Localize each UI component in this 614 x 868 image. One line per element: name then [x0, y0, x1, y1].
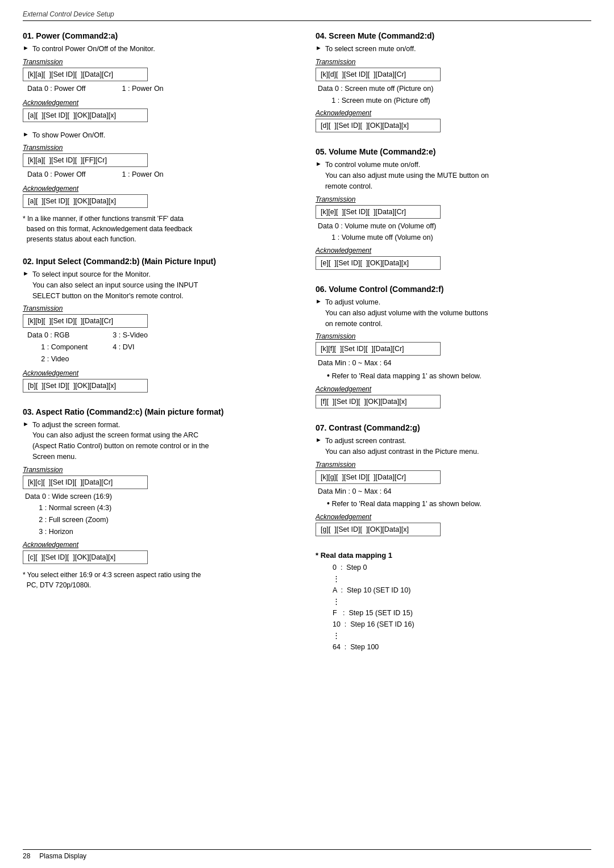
- section-04: 04. Screen Mute (Command2:d) ► To select…: [316, 31, 591, 135]
- section-05: 05. Volume Mute (Command2:e) ► To contro…: [316, 147, 591, 272]
- data-line-01-1b: 1 : Power On: [122, 84, 164, 94]
- rdm-dots2: ⋮: [333, 596, 591, 607]
- data-03-full: 2 : Full screen (Zoom): [25, 515, 298, 525]
- data-02-svideo: 3 : S-Video: [113, 330, 148, 341]
- data-02-rgb: Data 0 : RGB: [27, 330, 88, 341]
- ack-box-03: [c][ ][Set ID][ ][OK][Data][x]: [23, 550, 148, 564]
- rdm-0: 0 : Step 0: [333, 562, 591, 573]
- code-box-01-1: [k][a][ ][Set ID][ ][Data][Cr]: [23, 68, 148, 81]
- code-box-01-2: [k][a][ ][Set ID][ ][FF][Cr]: [23, 153, 148, 167]
- ack-label-05: Acknowledgement: [316, 247, 591, 254]
- bullet-06-1: ► To adjust volume. You can also adjust …: [316, 297, 591, 329]
- ack-label-07: Acknowledgement: [316, 513, 591, 521]
- code-box-04: [k][d][ ][Set ID][ ][Data][Cr]: [316, 68, 441, 81]
- ack-box-06: [f][ ][Set ID][ ][OK][Data][x]: [316, 395, 441, 408]
- bullet-07-1-text: To adjust screen contrast. You can also …: [325, 436, 479, 457]
- section-02: 02. Input Select (Command2:b) (Main Pict…: [23, 257, 298, 395]
- section-01: 01. Power (Command2:a) ► To control Powe…: [23, 31, 298, 244]
- section-03-title: 03. Aspect Ratio (Command2:c) (Main pict…: [23, 407, 298, 416]
- code-box-03: [k][c][ ][Set ID][ ][Data][Cr]: [23, 475, 148, 489]
- footer-product-name: Plasma Display: [39, 852, 86, 860]
- ack-box-07: [g][ ][Set ID][ ][OK][Data][x]: [316, 523, 441, 536]
- bullet-01-1-text: To control Power On/Off of the Monitor.: [32, 44, 155, 55]
- rdm-dots3: ⋮: [333, 630, 591, 641]
- note-01: * In a like manner, if other functions t…: [23, 214, 298, 244]
- page-footer: 28 Plasma Display: [23, 849, 591, 860]
- data-02-dvi: 4 : DVI: [113, 342, 148, 353]
- arrow-icon-4: ►: [23, 420, 29, 427]
- data-line-01-2b: 1 : Power On: [122, 169, 164, 180]
- bullet-03-1-text: To adjust the screen format. You can als…: [32, 420, 209, 462]
- section-02-title: 02. Input Select (Command2:b) (Main Pict…: [23, 257, 298, 266]
- bullet-01-2: ► To show Power On/Off.: [23, 130, 298, 141]
- ack-label-02: Acknowledgement: [23, 369, 298, 377]
- data-05-on: Data 0 : Volume mute on (Volume off): [318, 221, 591, 232]
- header-title: External Control Device Setup: [23, 10, 114, 18]
- data-04-on: 1 : Screen mute on (Picture off): [318, 95, 591, 106]
- section-01-title: 01. Power (Command2:a): [23, 31, 298, 40]
- code-box-07: [k][g][ ][Set ID][ ][Data][Cr]: [316, 470, 441, 484]
- right-column: 04. Screen Mute (Command2:d) ► To select…: [316, 31, 591, 653]
- data-04-off: Data 0 : Screen mute off (Picture on): [318, 84, 591, 94]
- ack-box-01-1: [a][ ][Set ID][ ][OK][Data][x]: [23, 108, 148, 122]
- page: External Control Device Setup 01. Power …: [0, 0, 614, 868]
- bullet-01-2-text: To show Power On/Off.: [32, 130, 105, 141]
- data-03-horizon: 3 : Horizon: [25, 527, 298, 537]
- data-line-01-1a: Data 0 : Power Off: [27, 84, 86, 94]
- arrow-icon-7: ►: [316, 298, 322, 304]
- arrow-icon-3: ►: [23, 270, 29, 277]
- transmission-label-04: Transmission: [316, 58, 591, 66]
- ack-label-04: Acknowledgement: [316, 109, 591, 117]
- arrow-icon-5: ►: [316, 44, 322, 51]
- arrow-icon-8: ►: [316, 436, 322, 443]
- footer-page-number: 28: [23, 852, 30, 860]
- data-03-wide: Data 0 : Wide screen (16:9): [25, 491, 298, 502]
- transmission-label-01-2: Transmission: [23, 144, 298, 152]
- transmission-label-05: Transmission: [316, 195, 591, 203]
- section-06-title: 06. Volume Control (Command2:f): [316, 285, 591, 294]
- real-data-section: * Real data mapping 1 0 : Step 0 ⋮ A : S…: [316, 551, 591, 653]
- data-07-range: Data Min : 0 ~ Max : 64: [318, 486, 591, 497]
- section-07-title: 07. Contrast (Command2:g): [316, 423, 591, 432]
- rdm-dots1: ⋮: [333, 573, 591, 585]
- arrow-icon: ►: [23, 44, 29, 51]
- rdm-f: F : Step 15 (SET ID 15): [333, 607, 591, 619]
- note-03: * You select either 16:9 or 4:3 screen a…: [23, 570, 298, 590]
- data-line-01-2a: Data 0 : Power Off: [27, 169, 86, 180]
- section-04-title: 04. Screen Mute (Command2:d): [316, 31, 591, 40]
- bullet-05-1-text: To control volume mute on/off. You can a…: [325, 160, 489, 191]
- data-02-comp: 1 : Component: [27, 342, 88, 353]
- transmission-label-03: Transmission: [23, 466, 298, 474]
- ack-label-03: Acknowledgement: [23, 541, 298, 549]
- bullet-03-1: ► To adjust the screen format. You can a…: [23, 420, 298, 462]
- data-07-note: • Refer to 'Real data mapping 1' as show…: [327, 498, 591, 510]
- bullet-04-1: ► To select screen mute on/off.: [316, 44, 591, 55]
- section-07: 07. Contrast (Command2:g) ► To adjust sc…: [316, 423, 591, 539]
- page-header: External Control Device Setup: [23, 10, 591, 21]
- ack-label-06: Acknowledgement: [316, 385, 591, 393]
- ack-box-02: [b][ ][Set ID][ ][OK][Data][x]: [23, 379, 148, 393]
- data-05-off: 1 : Volume mute off (Volume on): [318, 232, 591, 243]
- section-06: 06. Volume Control (Command2:f) ► To adj…: [316, 285, 591, 411]
- transmission-label-07: Transmission: [316, 461, 591, 469]
- data-02-video: 2 : Video: [27, 354, 88, 365]
- code-box-06: [k][f][ ][Set ID][ ][Data][Cr]: [316, 342, 441, 356]
- code-box-05: [k][e][ ][Set ID][ ][Data][Cr]: [316, 205, 441, 219]
- code-box-02: [k][b][ ][Set ID][ ][Data][Cr]: [23, 314, 148, 328]
- ack-box-04: [d][ ][Set ID][ ][OK][Data][x]: [316, 119, 441, 132]
- bullet-01-1: ► To control Power On/Off of the Monitor…: [23, 44, 298, 55]
- ack-label-01-2: Acknowledgement: [23, 185, 298, 193]
- ack-box-01-2: [a][ ][Set ID][ ][OK][Data][x]: [23, 194, 148, 208]
- main-content: 01. Power (Command2:a) ► To control Powe…: [23, 31, 591, 653]
- bullet-04-1-text: To select screen mute on/off.: [325, 44, 416, 55]
- data-06-range: Data Min : 0 ~ Max : 64: [318, 358, 591, 369]
- data-03-normal: 1 : Normal screen (4:3): [25, 503, 298, 514]
- transmission-label-01-1: Transmission: [23, 58, 298, 66]
- rdm-10: 10 : Step 16 (SET ID 16): [333, 619, 591, 630]
- rdm-64: 64 : Step 100: [333, 641, 591, 653]
- transmission-label-02: Transmission: [23, 304, 298, 312]
- bullet-05-1: ► To control volume mute on/off. You can…: [316, 160, 591, 191]
- transmission-label-06: Transmission: [316, 332, 591, 340]
- section-03: 03. Aspect Ratio (Command2:c) (Main pict…: [23, 407, 298, 590]
- bullet-06-1-text: To adjust volume. You can also adjust vo…: [325, 297, 488, 329]
